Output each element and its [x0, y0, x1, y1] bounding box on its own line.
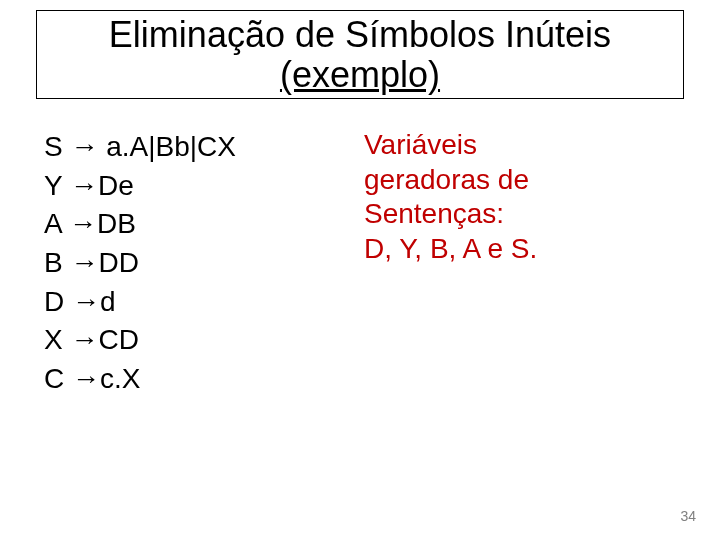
- rule: D →d: [44, 283, 344, 322]
- grammar-rules: S → a.A|Bb|CX Y →De A →DB B →DD D →d X →…: [44, 128, 344, 398]
- page-number: 34: [680, 508, 696, 524]
- title-line-2: (exemplo): [47, 55, 673, 95]
- note-line: geradoras de: [364, 163, 660, 198]
- rule: X →CD: [44, 321, 344, 360]
- note-line: D, Y, B, A e S.: [364, 232, 660, 267]
- rule: S → a.A|Bb|CX: [44, 128, 344, 167]
- title-line-1: Eliminação de Símbolos Inúteis: [47, 15, 673, 55]
- rule: Y →De: [44, 167, 344, 206]
- note: Variáveis geradoras de Sentenças: D, Y, …: [364, 128, 660, 267]
- rule: A →DB: [44, 205, 344, 244]
- slide: Eliminação de Símbolos Inúteis (exemplo)…: [0, 0, 720, 540]
- note-line: Variáveis: [364, 128, 660, 163]
- rule: C →c.X: [44, 360, 344, 399]
- title-box: Eliminação de Símbolos Inúteis (exemplo): [36, 10, 684, 99]
- note-line: Sentenças:: [364, 197, 660, 232]
- rule: B →DD: [44, 244, 344, 283]
